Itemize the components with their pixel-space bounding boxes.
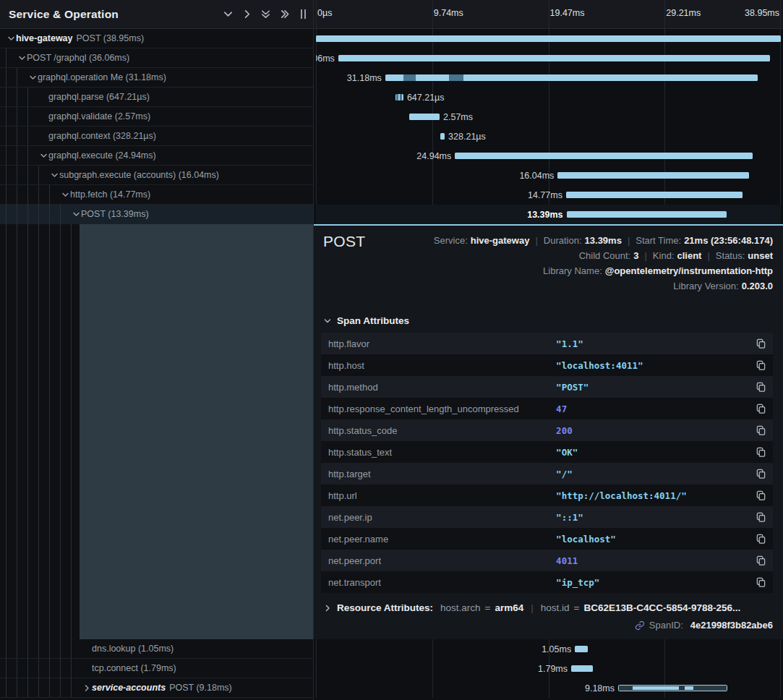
span-duration-bar[interactable]	[618, 685, 727, 691]
span-tree-row[interactable]: POST (13.39ms)	[0, 205, 313, 224]
span-duration-bar[interactable]	[409, 114, 440, 120]
span-duration-bar[interactable]	[316, 35, 781, 42]
collapse-chevron-icon[interactable]	[49, 170, 59, 181]
separator: |	[628, 235, 630, 246]
copy-icon[interactable]	[752, 338, 766, 349]
span-duration-label: 1.79ms	[538, 664, 568, 674]
copy-icon[interactable]	[752, 382, 766, 393]
span-tree-row[interactable]: graphql.context (328.21µs)	[0, 127, 313, 146]
copy-icon[interactable]	[752, 469, 766, 479]
collapse-chevron-icon[interactable]	[38, 150, 48, 161]
copy-icon[interactable]	[752, 534, 766, 545]
overview-label: Library Version:	[673, 281, 738, 291]
timeline-tick-label: 9.74ms	[434, 8, 463, 18]
link-icon[interactable]	[635, 620, 645, 631]
span-attributes-header[interactable]: Span Attributes	[323, 315, 773, 326]
copy-icon[interactable]	[752, 404, 766, 414]
collapse-chevron-icon[interactable]	[27, 72, 38, 83]
span-bar-row[interactable]: 1.05ms	[316, 639, 781, 659]
attribute-key: http.response_content_length_uncompresse…	[328, 404, 556, 414]
span-duration-bar[interactable]	[571, 665, 593, 672]
span-duration-label: 647.21µs	[407, 93, 445, 103]
overview-value: 13.39ms	[585, 235, 622, 246]
indent-guide	[17, 659, 27, 678]
span-duration-bar[interactable]	[566, 192, 743, 198]
span-bar-row[interactable]: 14.77ms	[316, 185, 781, 205]
collapse-chevron-icon[interactable]	[6, 33, 16, 44]
double-chevron-right-icon[interactable]	[275, 6, 294, 23]
indent-guide	[6, 224, 7, 639]
chevron-right-icon[interactable]	[237, 6, 256, 23]
span-bar-row[interactable]: 328.21µs	[316, 127, 781, 146]
tree-header-title: Service & Operation	[9, 8, 218, 21]
timeline-tick-label: 19.47ms	[550, 8, 585, 18]
resource-attributes-row[interactable]: Resource Attributes: host.arch=arm64|hos…	[321, 602, 773, 613]
collapse-chevron-icon[interactable]	[17, 53, 27, 64]
operation-label: POST /graphql (36.06ms)	[27, 53, 129, 63]
span-duration-bar[interactable]	[440, 133, 445, 140]
overview-line: Library Version:0.203.0	[434, 278, 773, 294]
span-tree-row[interactable]: dns.lookup (1.05ms)	[0, 639, 313, 659]
span-duration-bar[interactable]	[455, 153, 753, 159]
timeline-pane: 0µs9.74ms19.47ms29.21ms38.95ms 38.95ms36…	[314, 0, 783, 700]
span-bar-row[interactable]: 24.94ms	[316, 146, 781, 166]
resource-attributes-title: Resource Attributes:	[337, 602, 433, 613]
span-tree-row[interactable]: graphql.operation Me (31.18ms)	[0, 68, 313, 88]
span-duration-label: 31.18ms	[347, 73, 382, 83]
span-bar-row[interactable]: 1.79ms	[316, 659, 781, 678]
overview-value: 0.203.0	[742, 281, 773, 291]
indent-guide	[27, 205, 38, 223]
indent-guide	[6, 678, 17, 697]
span-tree-row[interactable]: graphql.validate (2.57ms)	[0, 107, 313, 127]
indent-guide	[17, 224, 17, 639]
span-duration-bar[interactable]	[575, 646, 587, 652]
attribute-row: http.url"http://localhost:4011/"	[321, 485, 773, 506]
span-bar-row[interactable]: 36.06ms	[316, 48, 781, 68]
span-duration-bar[interactable]	[338, 55, 770, 61]
indent-guide	[6, 639, 17, 658]
chevron-down-icon[interactable]	[218, 6, 237, 23]
separator: |	[535, 235, 537, 246]
span-bar-row[interactable]: 16.04ms	[316, 166, 781, 185]
copy-icon[interactable]	[752, 425, 766, 436]
indent-guide	[17, 127, 27, 145]
indent-guide	[6, 68, 17, 87]
copy-icon[interactable]	[752, 360, 766, 371]
span-duration-label: 2.57ms	[443, 112, 473, 122]
copy-icon[interactable]	[752, 577, 766, 588]
span-bar-row[interactable]: 9.18ms	[316, 678, 781, 698]
span-bar-row[interactable]: 38.95ms	[316, 29, 781, 48]
overview-value: 21ms (23:56:48.174)	[684, 235, 773, 246]
span-tree-row[interactable]: service-accountsPOST (9.18ms)	[0, 678, 313, 698]
overview-label: Start Time:	[636, 235, 681, 246]
span-bar-row[interactable]: 2.57ms	[316, 107, 781, 127]
span-bar-row[interactable]: 31.18ms	[316, 68, 781, 88]
span-tree-row[interactable]: hive-gatewayPOST (38.95ms)	[0, 29, 313, 48]
span-duration-label: 9.18ms	[585, 683, 615, 693]
collapse-chevron-icon[interactable]	[60, 189, 70, 200]
span-duration-bar[interactable]	[567, 211, 727, 218]
overview-label: Child Count:	[579, 250, 631, 261]
copy-icon[interactable]	[752, 447, 766, 458]
span-tree-row[interactable]: subgraph.execute (accounts) (16.04ms)	[0, 166, 313, 185]
span-duration-bar[interactable]	[385, 74, 758, 81]
expand-chevron-icon[interactable]	[82, 683, 92, 693]
copy-icon[interactable]	[752, 512, 766, 523]
pane-resize-handle[interactable]	[301, 9, 306, 19]
span-tree-row[interactable]: graphql.parse (647.21µs)	[0, 88, 313, 107]
indent-guide	[38, 678, 49, 697]
collapse-chevron-icon[interactable]	[71, 209, 81, 220]
double-chevron-down-icon[interactable]	[256, 6, 275, 23]
span-tree-row[interactable]: POST /graphql (36.06ms)	[0, 48, 313, 68]
copy-icon[interactable]	[752, 490, 766, 501]
indent-guide	[17, 107, 27, 126]
span-duration-bar[interactable]	[395, 94, 403, 101]
span-bar-row[interactable]: 647.21µs	[316, 88, 781, 107]
span-duration-bar[interactable]	[557, 172, 749, 179]
span-tree-row[interactable]: http.fetch (14.77ms)	[0, 185, 313, 205]
timeline-header: 0µs9.74ms19.47ms29.21ms38.95ms	[314, 0, 783, 29]
copy-icon[interactable]	[752, 555, 766, 566]
span-tree-row[interactable]: graphql.execute (24.94ms)	[0, 146, 313, 166]
span-bar-row[interactable]: 13.39ms	[316, 205, 781, 224]
span-tree-row[interactable]: tcp.connect (1.79ms)	[0, 659, 313, 678]
